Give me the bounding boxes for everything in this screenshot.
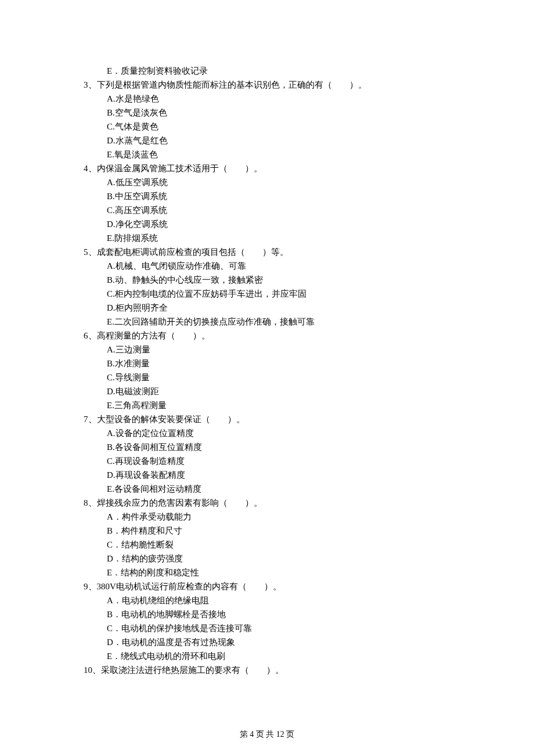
options: A.机械、电气闭锁应动作准确、可靠 B.动、静触头的中心线应一致，接触紧密 C.… (75, 259, 459, 329)
question-8: 8、焊接残余应力的危害因素有影响（ ）。 A．构件承受动载能力 B．构件精度和尺… (75, 496, 459, 579)
options: A.低压空调系统 B.中压空调系统 C.高压空调系统 D.净化空调系统 E.防排… (75, 175, 459, 245)
option-e: E.防排烟系统 (107, 231, 459, 245)
option-e: E．质量控制资料验收记录 (107, 64, 459, 78)
option-a: A.三边测量 (107, 343, 459, 357)
question-stem: 9、380V电动机试运行前应检查的内容有（ ）。 (75, 579, 459, 593)
option-c: C．结构脆性断裂 (107, 538, 459, 552)
option-b: B.动、静触头的中心线应一致，接触紧密 (107, 273, 459, 287)
document-page: E．质量控制资料验收记录 3、下列是根据管道内物质性能而标注的基本识别色，正确的… (0, 0, 534, 756)
option-d: D.再现设备装配精度 (107, 468, 459, 482)
option-c: C.导线测量 (107, 370, 459, 384)
question-stem: 8、焊接残余应力的危害因素有影响（ ）。 (75, 496, 459, 510)
option-d: D.水蒸气是红色 (107, 134, 459, 147)
option-d: D．电动机的温度是否有过热现象 (107, 635, 459, 649)
question-3: 3、下列是根据管道内物质性能而标注的基本识别色，正确的有（ ）。 A.水是艳绿色… (75, 78, 459, 161)
question-4: 4、内保温金属风管施工技术适用于（ ）。 A.低压空调系统 B.中压空调系统 C… (75, 161, 459, 245)
option-a: A．构件承受动载能力 (107, 510, 459, 524)
option-c: C.柜内控制电缆的位置不应妨碍手车进出，并应牢固 (107, 287, 459, 301)
option-a: A.低压空调系统 (107, 175, 459, 189)
options: A.设备的定位位置精度 B.各设备间相互位置精度 C.再现设备制造精度 D.再现… (75, 426, 459, 496)
question-6: 6、高程测量的方法有（ ）。 A.三边测量 B.水准测量 C.导线测量 D.电磁… (75, 329, 459, 412)
options: A．构件承受动载能力 B．构件精度和尺寸 C．结构脆性断裂 D．结构的疲劳强度 … (75, 510, 459, 579)
options: A．电动机绕组的绝缘电阻 B．电动机的地脚螺栓是否接地 C．电动机的保护接地线是… (75, 593, 459, 663)
question-stem: 6、高程测量的方法有（ ）。 (75, 329, 459, 343)
orphan-option-block: E．质量控制资料验收记录 (75, 64, 459, 78)
option-b: B．构件精度和尺寸 (107, 524, 459, 538)
question-stem: 5、成套配电柜调试前应检查的项目包括（ ）等。 (75, 245, 459, 259)
option-b: B.各设备间相互位置精度 (107, 440, 459, 454)
question-7: 7、大型设备的解体安装要保证（ ）。 A.设备的定位位置精度 B.各设备间相互位… (75, 412, 459, 496)
options: A.三边测量 B.水准测量 C.导线测量 D.电磁波测距 E.三角高程测量 (75, 343, 459, 412)
question-10: 10、采取浇注法进行绝热层施工的要求有（ ）。 (75, 663, 459, 677)
option-e: E.各设备间相对运动精度 (107, 482, 459, 496)
option-e: E．绕线式电动机的滑环和电刷 (107, 649, 459, 663)
option-a: A.机械、电气闭锁应动作准确、可靠 (107, 259, 459, 273)
option-b: B．电动机的地脚螺栓是否接地 (107, 607, 459, 621)
option-e: E.二次回路辅助开关的切换接点应动作准确，接触可靠 (107, 315, 459, 329)
option-c: C.高压空调系统 (107, 203, 459, 217)
option-b: B.空气是淡灰色 (107, 106, 459, 120)
option-a: A.设备的定位位置精度 (107, 426, 459, 440)
option-b: B.水准测量 (107, 357, 459, 370)
option-e: E.三角高程测量 (107, 398, 459, 412)
option-c: C.气体是黄色 (107, 120, 459, 134)
option-d: D.净化空调系统 (107, 217, 459, 231)
question-stem: 4、内保温金属风管施工技术适用于（ ）。 (75, 161, 459, 175)
option-e: E．结构的刚度和稳定性 (107, 566, 459, 579)
option-e: E.氧是淡蓝色 (107, 147, 459, 161)
question-stem: 10、采取浇注法进行绝热层施工的要求有（ ）。 (75, 663, 459, 677)
option-d: D．结构的疲劳强度 (107, 552, 459, 566)
option-d: D.电磁波测距 (107, 384, 459, 398)
option-a: A．电动机绕组的绝缘电阻 (107, 593, 459, 607)
option-a: A.水是艳绿色 (107, 92, 459, 106)
option-c: C．电动机的保护接地线是否连接可靠 (107, 621, 459, 635)
question-5: 5、成套配电柜调试前应检查的项目包括（ ）等。 A.机械、电气闭锁应动作准确、可… (75, 245, 459, 329)
page-footer: 第 4 页 共 12 页 (0, 728, 534, 741)
options: A.水是艳绿色 B.空气是淡灰色 C.气体是黄色 D.水蒸气是红色 E.氧是淡蓝… (75, 92, 459, 161)
option-b: B.中压空调系统 (107, 189, 459, 203)
option-d: D.柜内照明齐全 (107, 301, 459, 315)
question-9: 9、380V电动机试运行前应检查的内容有（ ）。 A．电动机绕组的绝缘电阻 B．… (75, 579, 459, 663)
option-c: C.再现设备制造精度 (107, 454, 459, 468)
question-stem: 7、大型设备的解体安装要保证（ ）。 (75, 412, 459, 426)
question-stem: 3、下列是根据管道内物质性能而标注的基本识别色，正确的有（ ）。 (75, 78, 459, 92)
